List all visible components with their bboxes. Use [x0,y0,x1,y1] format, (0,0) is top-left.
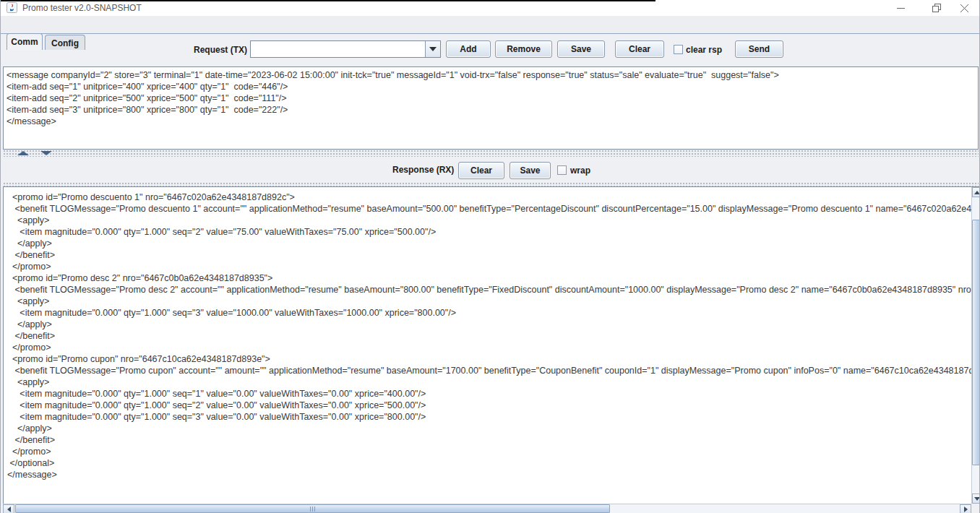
request-combobox-input[interactable] [251,41,425,57]
thumb-grip [310,506,316,512]
scroll-right-button[interactable] [960,504,971,513]
scrollbar-corner [971,504,980,513]
scroll-down-button[interactable] [972,493,980,504]
request-xml-content: <message companyId="2" store="3" termina… [4,67,978,127]
request-save-button[interactable]: Save [557,40,605,58]
scroll-left-button[interactable] [3,504,14,513]
split-divider[interactable] [3,150,979,157]
app-window: Promo tester v2.0-SNAPSHOT Comm Config R… [0,0,980,513]
request-clear-button[interactable]: Clear [615,40,664,58]
arrow-left-icon [7,506,11,512]
arrow-down-icon [974,497,980,501]
vertical-scrollbar[interactable] [971,187,980,504]
wrap-checkbox[interactable] [557,165,567,175]
response-clear-button[interactable]: Clear [458,162,504,179]
response-xml-content: <promo id="Promo descuento 1" nro="6467c… [4,187,971,480]
top-edge-line [1,0,656,1]
scroll-up-button[interactable] [972,187,980,197]
horizontal-scrollbar[interactable] [3,504,971,513]
request-tx-label: Request (TX) [131,45,247,55]
send-button[interactable]: Send [735,40,783,58]
tab-comm[interactable]: Comm [7,33,43,50]
horizontal-scrollbar-thumb[interactable] [15,504,610,513]
vertical-scrollbar-thumb[interactable] [972,220,980,465]
response-save-button[interactable]: Save [510,162,551,179]
expand-down-icon[interactable] [40,151,52,155]
combobox-dropdown-button[interactable] [425,41,440,57]
restore-icon[interactable] [924,0,949,16]
tab-config[interactable]: Config [45,35,85,50]
title-bar: Promo tester v2.0-SNAPSHOT [1,0,980,16]
request-text-area[interactable]: <message companyId="2" store="3" termina… [3,66,979,150]
add-button[interactable]: Add [446,40,491,58]
wrap-label: wrap [570,165,590,176]
tab-content-border [1,33,980,34]
request-combobox[interactable] [250,40,441,58]
chevron-down-icon [429,47,437,51]
arrow-up-icon [974,191,980,194]
tab-bar: Comm Config [1,16,980,33]
window-title: Promo tester v2.0-SNAPSHOT [22,3,142,13]
remove-button[interactable]: Remove [495,40,552,58]
java-app-icon [7,2,17,13]
minimize-icon[interactable] [888,0,913,16]
collapse-up-icon[interactable] [17,151,29,155]
response-rx-label: Response (RX) [392,165,454,175]
arrow-right-icon [964,506,968,512]
close-icon[interactable] [952,0,976,16]
clear-rsp-checkbox[interactable] [674,45,683,54]
clear-rsp-label: clear rsp [686,45,722,55]
response-text-area[interactable]: <promo id="Promo descuento 1" nro="6467c… [4,187,971,504]
response-scroll-pane: <promo id="Promo descuento 1" nro="6467c… [3,186,980,513]
